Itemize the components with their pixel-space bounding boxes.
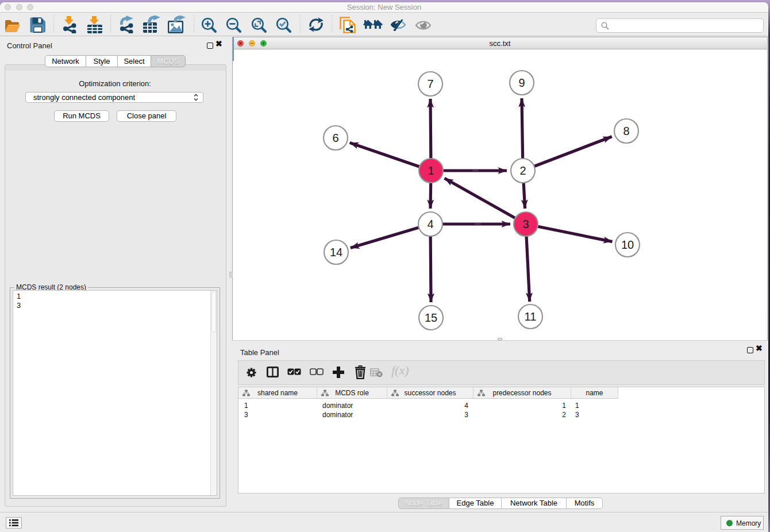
- svg-text:14: 14: [330, 246, 342, 259]
- svg-text:1: 1: [428, 164, 434, 177]
- svg-text:7: 7: [427, 78, 433, 90]
- svg-text:9: 9: [518, 76, 525, 89]
- svg-text:2: 2: [519, 164, 526, 177]
- svg-text:15: 15: [425, 311, 437, 324]
- svg-text:10: 10: [621, 238, 634, 251]
- svg-text:11: 11: [525, 310, 537, 323]
- svg-text:3: 3: [522, 218, 529, 230]
- svg-text:4: 4: [427, 218, 433, 230]
- svg-text:8: 8: [623, 125, 629, 137]
- svg-text:6: 6: [332, 132, 338, 144]
